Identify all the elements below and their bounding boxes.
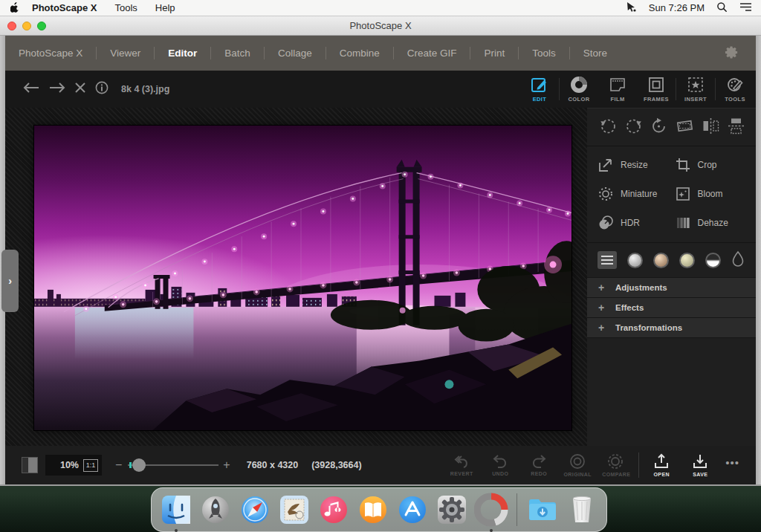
miniature-tool-button[interactable]: Miniature xyxy=(598,181,675,206)
nav-batch[interactable]: Batch xyxy=(221,48,253,59)
nav-editor[interactable]: Editor xyxy=(165,48,200,59)
macos-menu-bar: PhotoScape X Tools Help Sun 7:26 PM xyxy=(0,0,761,16)
flip-horizontal-icon[interactable] xyxy=(702,117,720,138)
zoom-slider-thumb[interactable] xyxy=(132,458,146,472)
filter-gray-preset[interactable] xyxy=(627,253,643,268)
close-image-icon[interactable] xyxy=(75,82,85,96)
zoom-in-button[interactable]: + xyxy=(223,458,230,472)
apple-menu-icon[interactable] xyxy=(10,2,20,13)
color-ring-icon xyxy=(570,76,588,94)
zoom-out-button[interactable]: − xyxy=(115,458,122,472)
open-button[interactable]: OPEN xyxy=(642,447,681,483)
expand-plus-icon: + xyxy=(587,322,615,334)
straighten-icon[interactable] xyxy=(675,117,695,138)
dock-trash[interactable] xyxy=(565,493,599,527)
save-button[interactable]: SAVE xyxy=(681,447,719,483)
filter-drop-icon[interactable] xyxy=(731,250,745,270)
window-title-bar[interactable]: PhotoScape X xyxy=(0,16,761,36)
photo-browser-drawer-handle[interactable]: › xyxy=(1,250,19,312)
bloom-tool-button[interactable]: Bloom xyxy=(675,181,752,206)
expand-plus-icon: + xyxy=(587,282,615,293)
notification-center-icon[interactable] xyxy=(739,2,752,14)
frames-icon xyxy=(647,76,665,94)
menu-clock[interactable]: Sun 7:26 PM xyxy=(649,2,705,13)
nav-store[interactable]: Store xyxy=(580,48,610,59)
forward-arrow-icon[interactable] xyxy=(49,82,65,96)
zoom-window-button[interactable] xyxy=(37,22,46,30)
zoom-level-box: 10% 1:1 xyxy=(45,455,102,476)
dock-mail[interactable] xyxy=(277,493,311,527)
dock-ibooks[interactable] xyxy=(356,493,390,527)
dehaze-tool-button[interactable]: Dehaze xyxy=(675,210,752,235)
dock-itunes[interactable] xyxy=(317,493,351,527)
open-icon xyxy=(653,453,670,470)
nav-combine[interactable]: Combine xyxy=(337,48,383,59)
filter-contrast-preset[interactable] xyxy=(705,253,721,268)
filter-list-button[interactable] xyxy=(598,251,617,269)
image-dimensions: 7680 x 4320 xyxy=(247,460,299,470)
original-button[interactable]: ORIGINAL xyxy=(558,447,597,483)
minimize-window-button[interactable] xyxy=(22,22,31,30)
nav-print[interactable]: Print xyxy=(481,48,508,59)
tools-palette-icon xyxy=(726,76,744,94)
nav-photoscape-x[interactable]: PhotoScape X xyxy=(16,48,85,59)
dock-photoscape-x[interactable] xyxy=(474,493,508,527)
menu-item-help[interactable]: Help xyxy=(155,2,175,13)
tab-edit[interactable]: EDIT xyxy=(520,71,559,108)
rotate-left-icon[interactable] xyxy=(599,117,618,138)
tab-frames[interactable]: FRAMES xyxy=(637,71,676,108)
dock-launchpad[interactable] xyxy=(198,493,233,527)
tab-tools[interactable]: TOOLS xyxy=(716,71,754,108)
rotate-right-icon[interactable] xyxy=(624,117,643,138)
dock-app-store[interactable] xyxy=(395,493,430,527)
dock-downloads-folder[interactable] xyxy=(525,493,560,527)
nav-collage[interactable]: Collage xyxy=(275,48,315,59)
more-options-button[interactable]: ••• xyxy=(719,456,750,475)
crop-icon xyxy=(675,157,691,173)
filter-sepia-preset[interactable] xyxy=(653,253,669,268)
spotlight-search-icon[interactable] xyxy=(716,1,728,15)
edit-pencil-icon xyxy=(531,76,548,94)
resize-tool-button[interactable]: Resize xyxy=(598,152,675,177)
free-rotate-icon[interactable] xyxy=(650,117,668,138)
back-arrow-icon[interactable] xyxy=(23,82,39,96)
nav-tools[interactable]: Tools xyxy=(529,48,559,59)
undo-button[interactable]: UNDO xyxy=(481,447,519,483)
screen-sharing-icon[interactable] xyxy=(626,1,637,15)
compare-button[interactable]: COMPARE xyxy=(597,447,635,483)
menu-item-tools[interactable]: Tools xyxy=(114,2,137,13)
revert-button[interactable]: REVERT xyxy=(442,447,481,483)
redo-button[interactable]: REDO xyxy=(519,447,558,483)
nav-viewer[interactable]: Viewer xyxy=(107,48,143,59)
editor-canvas[interactable] xyxy=(5,108,587,446)
zoom-level: 10% xyxy=(60,460,79,470)
filter-preset-row xyxy=(587,243,756,277)
tab-film[interactable]: FILM xyxy=(598,71,637,108)
zoom-slider[interactable] xyxy=(128,464,218,466)
filter-vintage-preset[interactable] xyxy=(679,253,695,268)
dock-system-preferences[interactable] xyxy=(435,493,469,527)
nav-create-gif[interactable]: Create GIF xyxy=(404,48,460,59)
settings-gear-icon[interactable] xyxy=(725,45,739,63)
dock-safari[interactable] xyxy=(238,493,272,527)
flip-vertical-icon[interactable] xyxy=(727,117,745,138)
undo-icon xyxy=(492,454,508,469)
dock xyxy=(151,487,607,532)
tab-insert[interactable]: INSERT xyxy=(676,71,715,108)
window-right-edge xyxy=(756,36,761,484)
navigator-toggle[interactable] xyxy=(22,457,38,473)
dock-finder[interactable] xyxy=(159,493,193,527)
crop-tool-button[interactable]: Crop xyxy=(675,152,752,177)
tab-color[interactable]: COLOR xyxy=(560,71,598,108)
section-effects[interactable]: + Effects xyxy=(587,298,756,318)
section-adjustments[interactable]: + Adjustments xyxy=(587,278,756,298)
close-window-button[interactable] xyxy=(7,22,16,30)
menu-app-name[interactable]: PhotoScape X xyxy=(32,2,97,13)
section-transformations[interactable]: + Transformations xyxy=(587,318,756,338)
photoscape-window: PhotoScape X Viewer Editor Batch Collage… xyxy=(0,36,761,484)
info-icon[interactable] xyxy=(95,81,109,97)
one-to-one-button[interactable]: 1:1 xyxy=(83,459,98,472)
bridge-photo[interactable] xyxy=(33,125,572,431)
main-nav-bar: PhotoScape X Viewer Editor Batch Collage… xyxy=(5,36,756,71)
hdr-tool-button[interactable]: HDR xyxy=(598,210,675,235)
